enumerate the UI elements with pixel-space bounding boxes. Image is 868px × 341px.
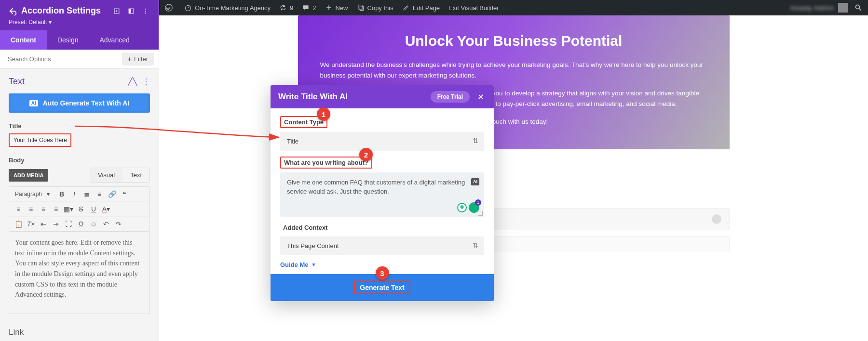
- body-label: Body: [9, 157, 150, 164]
- fullscreen-icon[interactable]: ⛶: [63, 219, 74, 229]
- exit-vb[interactable]: Exit Visual Builder: [448, 4, 499, 12]
- tab-design[interactable]: Design: [47, 30, 89, 50]
- ul-icon[interactable]: ≣: [81, 189, 92, 199]
- edit-page[interactable]: Edit Page: [402, 4, 440, 12]
- context-select[interactable]: This Page Content ⇅: [280, 236, 484, 255]
- italic-icon[interactable]: I: [69, 189, 80, 199]
- page-canvas: Unlock Your Business Potential We unders…: [159, 15, 868, 341]
- filter-button[interactable]: +Filter: [122, 52, 154, 66]
- wp-logo[interactable]: [165, 4, 176, 12]
- preset-dropdown[interactable]: Preset: Default▾: [9, 19, 150, 26]
- free-trial-badge[interactable]: Free Trial: [431, 91, 470, 103]
- chevron-up-icon[interactable]: ╱╲: [128, 77, 137, 86]
- align-center-icon[interactable]: ≡: [26, 204, 36, 214]
- new-label: New: [336, 4, 348, 12]
- underline-icon[interactable]: U: [88, 204, 99, 214]
- align-justify-icon[interactable]: ≡: [51, 204, 61, 214]
- visual-tab[interactable]: Visual: [90, 168, 122, 182]
- link-icon[interactable]: 🔗: [107, 189, 117, 199]
- align-right-icon[interactable]: ≡: [38, 204, 49, 214]
- pencil-icon: [402, 4, 410, 12]
- site-name[interactable]: On-Time Marketing Agency: [184, 4, 271, 12]
- context-label: Added Context: [280, 223, 330, 233]
- updates[interactable]: 9: [279, 4, 293, 12]
- content-type-select[interactable]: Title ⇅: [280, 132, 484, 151]
- wp-admin-bar: On-Time Marketing Agency 9 2 New Copy th…: [159, 0, 868, 15]
- edit-label: Edit Page: [413, 4, 440, 12]
- ai-badge-icon: AI: [29, 100, 38, 106]
- paste-icon[interactable]: 📋: [13, 219, 24, 229]
- ol-icon[interactable]: ≡: [94, 189, 105, 199]
- preset-label: Preset: Default: [9, 19, 47, 26]
- search-input[interactable]: [0, 50, 117, 68]
- admin-user[interactable]: Howdy Admin: [791, 3, 862, 13]
- omega-icon[interactable]: Ω: [76, 219, 86, 229]
- expand-icon[interactable]: [112, 7, 121, 15]
- ai-button-label: Auto Generate Text With AI: [43, 99, 130, 107]
- chevron-down-icon: ▼: [312, 262, 316, 267]
- emoji-icon[interactable]: ☺: [88, 219, 99, 229]
- hero-heading: Unlock Your Business Potential: [320, 33, 707, 49]
- site-name-label: On-Time Marketing Agency: [195, 4, 271, 12]
- copy-this[interactable]: Copy this: [357, 4, 393, 12]
- clear-icon[interactable]: T×: [26, 219, 36, 229]
- tab-advanced[interactable]: Advanced: [89, 30, 140, 50]
- bold-icon[interactable]: B: [56, 189, 67, 199]
- svg-point-9: [145, 8, 146, 9]
- ai-chip-icon: AI: [471, 178, 479, 185]
- comments-count: 2: [312, 4, 316, 12]
- sidebar-title: Accordion Settings: [21, 6, 107, 16]
- close-icon[interactable]: [475, 92, 486, 102]
- updates-count: 9: [290, 4, 293, 12]
- auto-generate-ai-button[interactable]: AI Auto Generate Text With AI: [9, 93, 150, 113]
- section-more-icon[interactable]: ⋮: [142, 77, 150, 86]
- avatar: [838, 3, 848, 13]
- tab-content[interactable]: Content: [0, 30, 47, 50]
- paragraph-select[interactable]: Paragraph▾: [12, 190, 53, 198]
- grammarly-status-icon[interactable]: [469, 202, 479, 213]
- comment-icon: [302, 4, 310, 12]
- about-label: What are you writing about?: [280, 157, 372, 169]
- body-editor[interactable]: Your content goes here. Edit or remove t…: [9, 232, 150, 314]
- svg-point-4: [855, 5, 859, 9]
- search-icon[interactable]: [854, 4, 862, 12]
- table-icon[interactable]: ▦▾: [63, 204, 74, 214]
- svg-rect-2: [359, 5, 362, 9]
- strike-icon[interactable]: S: [76, 204, 86, 214]
- align-left-icon[interactable]: ≡: [13, 204, 24, 214]
- wordpress-icon: [165, 4, 173, 12]
- modal-header: Write Title With AI Free Trial: [271, 85, 494, 108]
- textcolor-icon[interactable]: A▾: [101, 204, 111, 214]
- add-media-button[interactable]: ADD MEDIA: [9, 169, 48, 182]
- copy-label: Copy this: [367, 4, 393, 12]
- back-arrow-icon[interactable]: [9, 7, 17, 15]
- content-type-value: Title: [287, 138, 298, 145]
- chevron-updown-icon: ⇅: [473, 137, 478, 144]
- comments[interactable]: 2: [302, 4, 316, 12]
- undo-icon[interactable]: ↶: [101, 219, 111, 229]
- ai-write-modal: Write Title With AI Free Trial Content T…: [271, 85, 494, 301]
- quote-icon[interactable]: ❝: [119, 189, 130, 199]
- more-icon[interactable]: [141, 7, 150, 15]
- about-value: Give me one common FAQ that customers of…: [287, 179, 465, 195]
- indent-icon[interactable]: ⇥: [51, 219, 61, 229]
- new-menu[interactable]: New: [325, 4, 348, 12]
- about-textarea[interactable]: Give me one common FAQ that customers of…: [280, 172, 484, 217]
- section-text-title: Text: [9, 77, 123, 87]
- gauge-icon: [184, 4, 192, 12]
- svg-point-10: [145, 10, 146, 11]
- snap-icon[interactable]: [127, 7, 136, 15]
- outdent-icon[interactable]: ⇤: [38, 219, 49, 229]
- resize-handle-icon[interactable]: [478, 211, 483, 216]
- section-link-title[interactable]: Link: [9, 328, 150, 337]
- wysiwyg-toolbar: Paragraph▾ B I ≣ ≡ 🔗 ❝ ≡ ≡ ≡ ≡ ▦▾ S U A▾: [9, 186, 150, 232]
- annotation-2: 2: [359, 148, 373, 161]
- grammarly-add-icon[interactable]: ✚: [457, 203, 467, 212]
- svg-point-11: [145, 13, 146, 13]
- generate-text-button[interactable]: Generate Text: [354, 281, 410, 294]
- text-tab[interactable]: Text: [122, 168, 149, 182]
- chevron-updown-icon: ⇅: [473, 241, 478, 249]
- accordion-close-icon[interactable]: [712, 214, 721, 224]
- redo-icon[interactable]: ↷: [113, 219, 124, 229]
- title-input[interactable]: [9, 133, 71, 147]
